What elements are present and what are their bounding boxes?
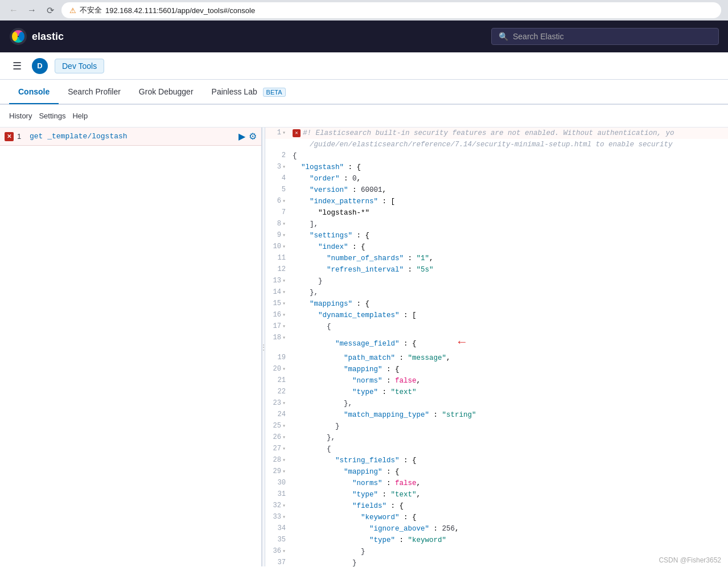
output-line: 10▾ "index" : { xyxy=(265,241,728,253)
reload-button[interactable]: ⟳ xyxy=(43,3,57,17)
line-content: } xyxy=(293,276,723,287)
line-gutter: 12 xyxy=(270,264,293,275)
line-gutter: 19 xyxy=(270,352,293,363)
line-content: "dynamic_templates" : [ xyxy=(293,310,723,321)
history-button[interactable]: History xyxy=(9,109,32,122)
editor-container: ✕ 1 get _template/logstash ▶ ⚙ ⋮ 1▾✕#! E… xyxy=(0,128,728,566)
line-content: "mapping" : { xyxy=(293,466,723,478)
output-line: 29▾ "mapping" : { xyxy=(265,466,728,478)
fold-icon[interactable]: ▾ xyxy=(282,365,286,374)
help-button[interactable]: Help xyxy=(72,109,88,122)
line-content: "ignore_above" : 256, xyxy=(293,523,723,535)
fold-icon[interactable]: ▾ xyxy=(282,399,286,408)
output-line: 13▾ } xyxy=(265,276,728,287)
line-gutter: 31 xyxy=(270,489,293,500)
fold-icon[interactable]: ▾ xyxy=(282,311,286,320)
output-line: 20▾ "mapping" : { xyxy=(265,364,728,375)
fold-icon[interactable]: ▾ xyxy=(282,547,286,556)
tab-painless-lab[interactable]: Painless Lab BETA xyxy=(203,80,295,103)
fold-icon[interactable]: ▾ xyxy=(282,334,286,343)
fold-icon[interactable]: ▾ xyxy=(282,456,286,465)
output-line: 27▾ { xyxy=(265,443,728,455)
fold-icon[interactable]: ▾ xyxy=(282,220,286,229)
line-gutter: 11 xyxy=(270,253,293,264)
hamburger-button[interactable]: ☰ xyxy=(9,56,25,76)
output-line: 1▾✕#! Elasticsearch built-in security fe… xyxy=(265,128,728,139)
line-content: { xyxy=(293,150,723,162)
fold-icon[interactable]: ▾ xyxy=(282,513,286,522)
line-content: "message_field" : { ← xyxy=(293,332,723,352)
fold-icon[interactable]: ▾ xyxy=(282,243,286,252)
fold-icon[interactable]: ▾ xyxy=(282,322,286,331)
right-panel: 1▾✕#! Elasticsearch built-in security fe… xyxy=(265,128,728,566)
search-bar-wrapper: 🔍 Search Elastic xyxy=(491,28,719,45)
fold-icon[interactable]: ▾ xyxy=(282,277,286,286)
output-line: 28▾ "string_fields" : { xyxy=(265,455,728,466)
fold-icon[interactable]: ▾ xyxy=(282,197,286,206)
toolbar: History Settings Help xyxy=(0,105,728,128)
query-number: 1 xyxy=(17,132,26,141)
line-gutter: 27▾ xyxy=(270,443,293,454)
output-line: 19 "path_match" : "message", xyxy=(265,352,728,364)
query-settings-button[interactable]: ⚙ xyxy=(249,131,257,142)
line-content: "match_mapping_type" : "string" xyxy=(293,409,723,421)
fold-icon[interactable]: ▾ xyxy=(282,445,286,454)
warning-icon: ⚠ xyxy=(69,6,76,15)
output-line: 14▾ }, xyxy=(265,287,728,298)
line-content: "norms" : false, xyxy=(293,478,723,489)
settings-button[interactable]: Settings xyxy=(39,109,65,122)
line-gutter: 30 xyxy=(270,478,293,488)
line-gutter: 13▾ xyxy=(270,276,293,286)
tab-search-profiler[interactable]: Search Profiler xyxy=(59,80,130,103)
back-button[interactable]: ← xyxy=(7,3,20,17)
fold-icon[interactable]: ▾ xyxy=(282,467,286,476)
line-content: "order" : 0, xyxy=(293,173,723,184)
line-content: ✕#! Elasticsearch built-in security feat… xyxy=(293,128,723,139)
fold-icon[interactable]: ▾ xyxy=(282,422,286,431)
output-line: 23▾ }, xyxy=(265,398,728,409)
line-gutter: 3▾ xyxy=(270,162,293,172)
line-gutter: 1▾ xyxy=(270,128,293,138)
line-gutter: 24 xyxy=(270,409,293,420)
output-area: 1▾✕#! Elasticsearch built-in security fe… xyxy=(265,128,728,566)
output-line: 33▾ "keyword" : { xyxy=(265,512,728,523)
tab-grok-debugger[interactable]: Grok Debugger xyxy=(130,80,203,103)
line-content: { xyxy=(293,321,723,332)
search-bar[interactable]: 🔍 Search Elastic xyxy=(491,28,719,45)
line-gutter: 2 xyxy=(270,150,293,161)
browser-chrome: ← → ⟳ ⚠ 不安全 192.168.42.111:5601/app/dev_… xyxy=(0,0,728,20)
output-line: 31 "type" : "text", xyxy=(265,489,728,500)
left-panel: ✕ 1 get _template/logstash ▶ ⚙ xyxy=(0,128,262,566)
line-content: "type" : "text", xyxy=(293,489,723,500)
line-gutter: 6▾ xyxy=(270,196,293,207)
fold-icon[interactable]: ▾ xyxy=(282,129,286,138)
line-content: { xyxy=(293,443,723,455)
fold-icon[interactable]: ▾ xyxy=(282,502,286,511)
output-line: 3▾ "logstash" : { xyxy=(265,162,728,173)
line-gutter: 4 xyxy=(270,173,293,184)
search-icon: 🔍 xyxy=(499,32,508,41)
fold-icon[interactable]: ▾ xyxy=(282,433,286,442)
fold-icon[interactable]: ▾ xyxy=(282,231,286,240)
line-gutter: 32▾ xyxy=(270,500,293,511)
output-line: 9▾ "settings" : { xyxy=(265,230,728,241)
line-gutter: 21 xyxy=(270,375,293,386)
line-gutter: 17▾ xyxy=(270,321,293,332)
dev-tools-button[interactable]: Dev Tools xyxy=(55,59,104,73)
line-gutter: 22 xyxy=(270,387,293,397)
fold-icon[interactable]: ▾ xyxy=(282,288,286,297)
output-line: /guide/en/elasticsearch/reference/7.14/s… xyxy=(265,139,728,150)
forward-button[interactable]: → xyxy=(25,3,39,17)
line-content: "mappings" : { xyxy=(293,298,723,310)
line-content: "logstash" : { xyxy=(293,162,723,173)
fold-icon[interactable]: ▾ xyxy=(282,299,286,309)
address-bar[interactable]: ⚠ 不安全 192.168.42.111:5601/app/dev_tools#… xyxy=(61,2,721,18)
fold-icon[interactable]: ▾ xyxy=(282,163,286,172)
line-content: "number_of_shards" : "1", xyxy=(293,253,723,264)
run-button[interactable]: ▶ xyxy=(238,131,245,142)
tab-console[interactable]: Console xyxy=(9,80,59,103)
line-content: "mapping" : { xyxy=(293,364,723,375)
line-gutter: 7 xyxy=(270,207,293,218)
logo-text: elastic xyxy=(32,31,64,43)
line-gutter: 5 xyxy=(270,184,293,195)
